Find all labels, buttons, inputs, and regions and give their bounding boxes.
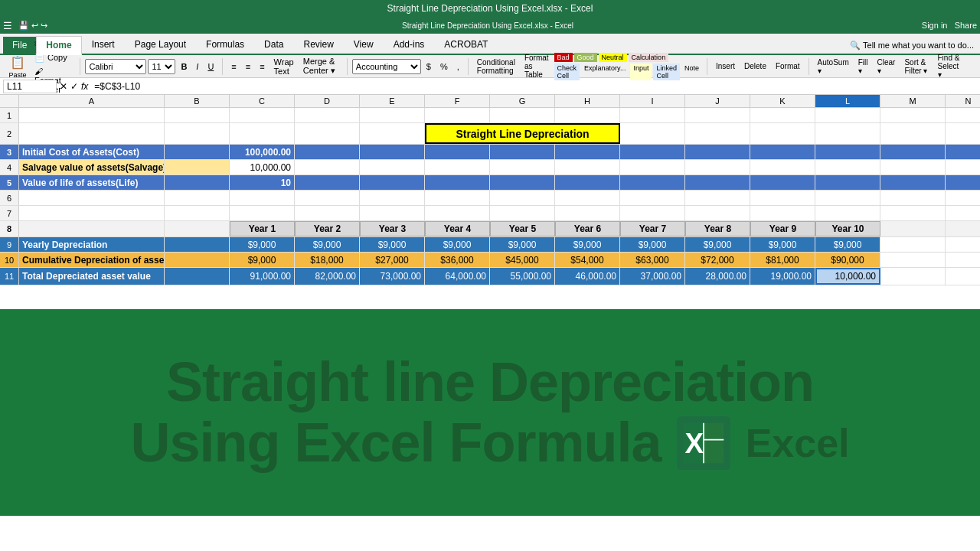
cell-f9[interactable]: $9,000 xyxy=(425,237,490,252)
tab-data[interactable]: Data xyxy=(254,35,293,54)
cell-n6[interactable] xyxy=(946,191,980,205)
bold-button[interactable]: B xyxy=(177,60,191,73)
cell-a5[interactable]: Value of life of assets(Life) xyxy=(19,175,165,190)
col-header-g[interactable]: G xyxy=(490,95,555,107)
cell-i2[interactable] xyxy=(620,123,685,144)
cell-c11[interactable]: 91,000.00 xyxy=(230,268,295,285)
cell-k1[interactable] xyxy=(750,108,815,122)
cell-k4[interactable] xyxy=(750,160,815,174)
cell-a7[interactable] xyxy=(19,206,165,220)
calculation-style[interactable]: Calculation xyxy=(629,53,669,62)
cell-g3[interactable] xyxy=(490,145,555,159)
cell-k5[interactable] xyxy=(750,175,815,190)
formula-bar-fx[interactable]: fx xyxy=(81,81,88,92)
cell-e4[interactable] xyxy=(360,160,425,174)
cell-e11[interactable]: 73,000.00 xyxy=(360,268,425,285)
cell-g1[interactable] xyxy=(490,108,555,122)
cell-d11[interactable]: 82,000.00 xyxy=(295,268,360,285)
currency-button[interactable]: $ xyxy=(423,60,435,73)
cell-l10[interactable]: $90,000 xyxy=(815,253,880,267)
bad-style[interactable]: Bad xyxy=(554,53,573,62)
cell-j11[interactable]: 28,000.00 xyxy=(685,268,750,285)
col-header-l[interactable]: L xyxy=(815,95,880,107)
col-header-d[interactable]: D xyxy=(295,95,360,107)
cell-j6[interactable] xyxy=(685,191,750,205)
cell-n7[interactable] xyxy=(946,206,980,220)
find-select-button[interactable]: Find & Select ▾ xyxy=(934,52,969,80)
cell-n3[interactable] xyxy=(946,145,980,159)
check-cell-style[interactable]: Check Cell xyxy=(554,64,580,80)
cell-a4[interactable]: Salvage value of assets(Salvage) xyxy=(19,160,165,174)
cell-n1[interactable] xyxy=(946,108,980,122)
format-cells-button[interactable]: Format xyxy=(772,60,804,72)
cell-f8-year4[interactable]: Year 4 xyxy=(425,221,490,236)
tab-review[interactable]: Review xyxy=(293,35,343,54)
tab-home[interactable]: Home xyxy=(36,36,81,55)
cell-g4[interactable] xyxy=(490,160,555,174)
cell-i1[interactable] xyxy=(620,108,685,122)
cell-a2[interactable] xyxy=(19,123,165,144)
cell-f4[interactable] xyxy=(425,160,490,174)
linked-cell-style[interactable]: Linked Cell xyxy=(653,64,680,80)
cell-reference-box[interactable] xyxy=(3,80,57,93)
cell-m7[interactable] xyxy=(880,206,946,220)
col-header-m[interactable]: M xyxy=(880,95,946,107)
cell-b4[interactable] xyxy=(165,160,230,174)
cell-e9[interactable]: $9,000 xyxy=(360,237,425,252)
cell-d9[interactable]: $9,000 xyxy=(295,237,360,252)
cell-b9[interactable] xyxy=(165,237,230,252)
cell-n11[interactable] xyxy=(946,268,980,285)
cell-a1[interactable] xyxy=(19,108,165,122)
col-header-b[interactable]: B xyxy=(165,95,230,107)
tab-acrobat[interactable]: ACROBAT xyxy=(434,35,498,54)
cell-k2[interactable] xyxy=(750,123,815,144)
cell-d3[interactable] xyxy=(295,145,360,159)
font-family-select[interactable]: Calibri xyxy=(85,59,146,74)
cell-e2[interactable] xyxy=(360,123,425,144)
cell-m3[interactable] xyxy=(880,145,946,159)
cell-e1[interactable] xyxy=(360,108,425,122)
cell-h8-year6[interactable]: Year 6 xyxy=(555,221,620,236)
cell-j3[interactable] xyxy=(685,145,750,159)
cell-f3[interactable] xyxy=(425,145,490,159)
cell-c7[interactable] xyxy=(230,206,295,220)
col-header-a[interactable]: A xyxy=(19,95,165,107)
cell-m1[interactable] xyxy=(880,108,946,122)
col-header-k[interactable]: K xyxy=(750,95,815,107)
formula-input[interactable] xyxy=(91,81,977,92)
font-size-select[interactable]: 11 xyxy=(148,59,175,74)
good-style[interactable]: Good xyxy=(574,53,597,62)
formula-bar-confirm[interactable]: ✓ xyxy=(70,81,78,92)
cell-i5[interactable] xyxy=(620,175,685,190)
cell-g7[interactable] xyxy=(490,206,555,220)
cell-l4[interactable] xyxy=(815,160,880,174)
number-format-select[interactable]: Accounting xyxy=(352,59,421,74)
cell-m11[interactable] xyxy=(880,268,946,285)
insert-cells-button[interactable]: Insert xyxy=(712,60,739,72)
cell-m8[interactable] xyxy=(880,221,946,236)
cell-i4[interactable] xyxy=(620,160,685,174)
cell-b8[interactable] xyxy=(165,221,230,236)
cell-d2[interactable] xyxy=(295,123,360,144)
cell-a10-label[interactable]: Cumulative Depreciation of asset xyxy=(19,253,165,267)
paste-button[interactable]: 📋 xyxy=(6,54,29,71)
cell-c6[interactable] xyxy=(230,191,295,205)
cell-l1[interactable] xyxy=(815,108,880,122)
cell-c9[interactable]: $9,000 xyxy=(230,237,295,252)
col-header-j[interactable]: J xyxy=(685,95,750,107)
cell-h10[interactable]: $54,000 xyxy=(555,253,620,267)
cell-j9[interactable]: $9,000 xyxy=(685,237,750,252)
cell-k6[interactable] xyxy=(750,191,815,205)
cell-j7[interactable] xyxy=(685,206,750,220)
percent-button[interactable]: % xyxy=(436,60,452,73)
cell-m6[interactable] xyxy=(880,191,946,205)
cell-h4[interactable] xyxy=(555,160,620,174)
tab-formulas[interactable]: Formulas xyxy=(196,35,254,54)
cell-n10[interactable] xyxy=(946,253,980,267)
cell-k8-year9[interactable]: Year 9 xyxy=(750,221,815,236)
cell-k3[interactable] xyxy=(750,145,815,159)
cell-f10[interactable]: $36,000 xyxy=(425,253,490,267)
cell-a3[interactable]: Initial Cost of Assets(Cost) xyxy=(19,145,165,159)
cell-i9[interactable]: $9,000 xyxy=(620,237,685,252)
input-style[interactable]: Input xyxy=(630,64,652,80)
